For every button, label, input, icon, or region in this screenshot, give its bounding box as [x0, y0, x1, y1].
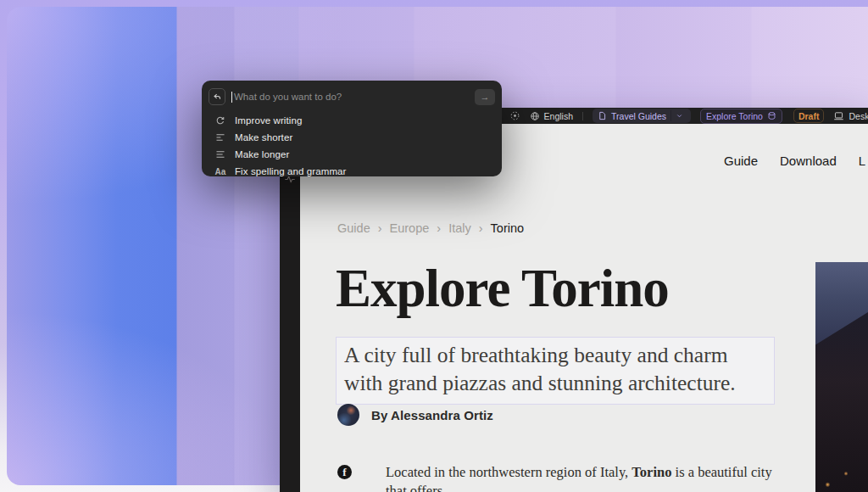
breadcrumb-italy[interactable]: Italy — [448, 221, 471, 235]
toolbar-divider — [582, 112, 583, 120]
nav-item-download[interactable]: Download — [780, 154, 837, 168]
lengthen-lines-icon — [214, 149, 226, 159]
page-title: Explore Torino — [336, 258, 669, 320]
input-placeholder: What do you want to do? — [234, 92, 342, 102]
site-nav: Guide Download L — [724, 154, 865, 168]
project-switcher[interactable]: Travel Guides — [593, 109, 691, 123]
aa-spelling-icon: Aa — [214, 167, 226, 176]
language-label: English — [544, 111, 573, 121]
breadcrumb-separator: › — [437, 221, 441, 235]
menu-item-make-longer[interactable]: Make longer — [209, 146, 495, 163]
breadcrumb-separator: › — [378, 221, 382, 235]
language-selector[interactable]: English — [530, 111, 573, 121]
send-button[interactable]: → — [475, 89, 495, 105]
ai-command-menu: Improve writing Make shorter Make longer… — [209, 112, 495, 180]
breadcrumb-separator: › — [479, 221, 483, 235]
project-dropdown-button[interactable] — [670, 110, 686, 121]
ai-command-popup: What do you want to do? → Improve writin… — [202, 81, 502, 176]
body-text-prefix: Located in the northwestern region of It… — [386, 464, 632, 480]
body-text-bold-torino: Torino — [632, 464, 671, 480]
breadcrumb-europe[interactable]: Europe — [390, 221, 430, 235]
page-subtitle-selected[interactable]: A city full of breathtaking beauty and c… — [336, 337, 775, 405]
author-row: By Alessandra Ortiz — [337, 404, 493, 426]
author-avatar — [337, 404, 359, 426]
project-name: Travel Guides — [611, 111, 666, 121]
facebook-icon[interactable]: f — [337, 465, 352, 479]
menu-item-improve-writing[interactable]: Improve writing — [209, 112, 495, 129]
document-icon — [598, 111, 607, 120]
breakpoint-label: Desktop — [849, 111, 868, 121]
menu-item-make-shorter[interactable]: Make shorter — [209, 129, 495, 146]
cycle-refresh-icon — [214, 115, 226, 126]
focus-target-icon[interactable] — [509, 110, 520, 121]
breakpoint-selector[interactable]: Desktop — [833, 110, 868, 121]
status-badge[interactable]: Draft — [793, 109, 825, 123]
page-name: Explore Torino — [706, 111, 763, 121]
nav-item-guide[interactable]: Guide — [724, 154, 758, 168]
breadcrumb: Guide › Europe › Italy › Torino — [337, 221, 524, 235]
hero-photo-torino-dusk — [815, 262, 868, 492]
cms-icon — [767, 111, 776, 120]
menu-item-fix-spelling[interactable]: Aa Fix spelling and grammar — [209, 163, 495, 180]
globe-icon — [530, 111, 540, 121]
page-selector[interactable]: Explore Torino — [700, 109, 782, 124]
text-caret — [231, 92, 232, 103]
breadcrumb-guide[interactable]: Guide — [337, 221, 370, 235]
shorten-lines-icon — [214, 132, 226, 143]
undo-button[interactable] — [209, 88, 225, 105]
nav-item-truncated[interactable]: L — [859, 154, 865, 168]
ai-command-input[interactable]: What do you want to do? — [231, 92, 475, 103]
author-name: By Alessandra Ortiz — [371, 408, 493, 422]
laptop-icon — [833, 110, 844, 121]
breadcrumb-torino: Torino — [491, 221, 525, 235]
article-body: Located in the northwestern region of It… — [386, 463, 777, 492]
